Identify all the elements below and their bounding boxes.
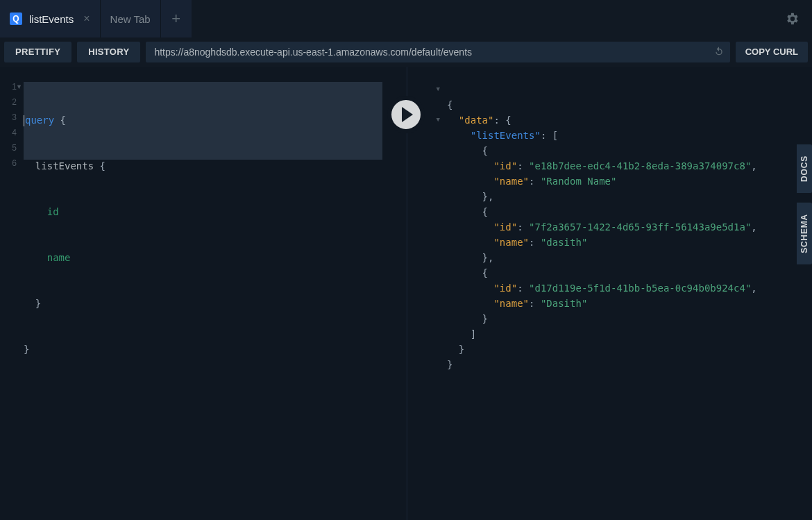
query-icon: Q — [10, 12, 22, 25]
line-gutter: 1▼ 2 3 4 5 6 — [0, 82, 21, 174]
add-tab-button[interactable]: + — [161, 0, 192, 37]
endpoint-input[interactable]: https://a8noghdsdb.execute-api.us-east-1… — [146, 42, 729, 62]
query-editor-pane[interactable]: 1▼ 2 3 4 5 6 query { listEvents { id nam… — [0, 67, 406, 520]
result-pane: ▼ ▼ { "data": { "listEvents": [ { "id": … — [406, 67, 812, 520]
reload-icon[interactable] — [713, 46, 725, 59]
tab-label: listEvents — [29, 13, 74, 25]
tab-new[interactable]: New Tab — [101, 0, 161, 37]
tab-bar: Q listEvents × New Tab + — [0, 0, 812, 37]
endpoint-url: https://a8noghdsdb.execute-api.us-east-1… — [154, 47, 707, 58]
play-icon — [402, 107, 413, 122]
copy-curl-button[interactable]: COPY CURL — [736, 42, 808, 62]
schema-tab[interactable]: SCHEMA — [797, 203, 812, 265]
execute-button[interactable] — [387, 96, 425, 133]
result-viewer[interactable]: { "data": { "listEvents": [ { "id": "e18… — [408, 67, 812, 403]
prettify-button[interactable]: PRETTIFY — [4, 42, 71, 62]
toolbar: PRETTIFY HISTORY https://a8noghdsdb.exec… — [0, 37, 812, 67]
close-icon[interactable]: × — [83, 12, 90, 25]
query-editor[interactable]: query { listEvents { id name } } — [24, 67, 406, 387]
tab-label: New Tab — [110, 13, 151, 25]
history-button[interactable]: HISTORY — [77, 42, 140, 62]
docs-tab[interactable]: DOCS — [797, 144, 812, 193]
main-area: 1▼ 2 3 4 5 6 query { listEvents { id nam… — [0, 67, 812, 520]
settings-button[interactable] — [784, 11, 800, 26]
tab-list-events[interactable]: Q listEvents × — [0, 0, 101, 37]
side-tabs: DOCS SCHEMA — [797, 144, 812, 265]
